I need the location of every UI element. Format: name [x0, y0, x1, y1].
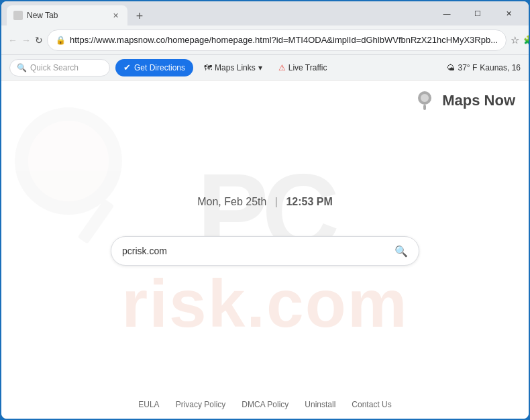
search-box[interactable]: 🔍	[111, 236, 419, 266]
weather-widget: 🌤 37° F Kaunas, 16	[447, 63, 521, 72]
magnifier-circle	[15, 107, 122, 215]
watermark-risk-text: risk.com	[121, 265, 408, 342]
privacy-policy-link[interactable]: Privacy Policy	[176, 400, 226, 409]
back-button[interactable]: ←	[8, 31, 17, 50]
browser-frame: New Tab ✕ + — ☐ ✕ ← → ↻ 🔒 https://www.ma…	[1, 1, 529, 419]
contact-us-link[interactable]: Contact Us	[352, 400, 391, 409]
uninstall-link[interactable]: Uninstall	[305, 400, 335, 409]
tab-close-button[interactable]: ✕	[110, 10, 121, 21]
traffic-icon: ⚠	[278, 63, 286, 72]
map-icon: 🗺	[204, 63, 212, 72]
tab-bar: New Tab ✕ +	[7, 1, 432, 25]
tab-favicon	[13, 11, 23, 20]
active-tab[interactable]: New Tab ✕	[7, 5, 127, 25]
page-footer: EULA Privacy Policy DMCA Policy Uninstal…	[1, 400, 529, 409]
extension-icon[interactable]: 🧩	[523, 31, 529, 50]
address-bar[interactable]: 🔒 https://www.mapsnow.co/homepage/homepa…	[47, 30, 507, 51]
weather-icon: 🌤	[447, 63, 455, 72]
lock-icon: 🔒	[56, 36, 66, 45]
minimize-button[interactable]: —	[432, 4, 462, 23]
nav-bar: ← → ↻ 🔒 https://www.mapsnow.co/homepage/…	[1, 25, 529, 55]
maximize-button[interactable]: ☐	[463, 4, 492, 23]
search-submit-icon[interactable]: 🔍	[394, 245, 408, 258]
bookmark-icon[interactable]: ☆	[511, 31, 519, 50]
forward-button[interactable]: →	[21, 31, 31, 50]
date-text: Mon, Feb 25th	[197, 196, 266, 207]
eula-link[interactable]: EULA	[138, 400, 159, 409]
new-tab-button[interactable]: +	[130, 7, 149, 25]
page-content: PC risk.com Maps Now Mon, Feb 25th | 12:…	[1, 81, 529, 419]
main-search-input[interactable]	[122, 246, 394, 256]
datetime-display: Mon, Feb 25th | 12:53 PM	[197, 196, 333, 208]
live-traffic-button[interactable]: ⚠ Live Traffic	[273, 59, 333, 76]
main-search: 🔍	[111, 236, 419, 266]
extensions-toolbar: 🔍 Quick Search ✔ Get Directions 🗺 Maps L…	[1, 55, 529, 81]
window-controls: — ☐ ✕	[432, 4, 523, 23]
weather-temp: 37° F	[458, 63, 477, 72]
weather-location: Kaunas, 16	[480, 63, 521, 72]
brand-logo: Maps Now	[413, 89, 515, 113]
maps-links-button[interactable]: 🗺 Maps Links ▾	[199, 59, 268, 76]
dmca-policy-link[interactable]: DMCA Policy	[242, 400, 288, 409]
chevron-down-icon: ▾	[258, 63, 262, 72]
url-text: https://www.mapsnow.co/homepage/homepage…	[70, 35, 498, 45]
search-icon: 🔍	[17, 63, 27, 72]
get-directions-button[interactable]: ✔ Get Directions	[115, 59, 193, 76]
magnifier-handle	[78, 199, 115, 244]
brand-name-text: Maps Now	[442, 92, 515, 109]
svg-point-1	[421, 94, 429, 102]
checkmark-icon: ✔	[123, 62, 131, 72]
quick-search-box[interactable]: 🔍 Quick Search	[9, 59, 110, 76]
close-button[interactable]: ✕	[494, 4, 523, 23]
magnifier-watermark	[15, 107, 149, 242]
title-bar: New Tab ✕ + — ☐ ✕	[1, 1, 529, 25]
time-text: 12:53 PM	[286, 196, 332, 207]
brand-icon	[413, 89, 437, 113]
separator: |	[275, 196, 278, 207]
quick-search-placeholder: Quick Search	[30, 63, 78, 72]
tab-title: New Tab	[27, 11, 106, 20]
svg-rect-2	[423, 105, 426, 110]
refresh-button[interactable]: ↻	[35, 31, 43, 50]
